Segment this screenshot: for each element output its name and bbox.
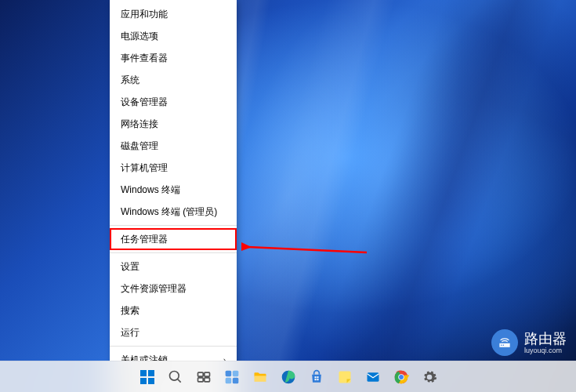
svg-point-8 (169, 371, 179, 380)
svg-rect-13 (204, 377, 209, 381)
menu-item-computer-management[interactable]: 计算机管理 (110, 157, 237, 179)
winx-context-menu: 应用和功能 电源选项 事件查看器 系统 设备管理器 网络连接 磁盘管理 计算机管… (110, 0, 237, 392)
task-view-icon[interactable] (192, 365, 216, 389)
watermark-title: 路由器 (524, 332, 567, 346)
menu-item-network-connections[interactable]: 网络连接 (110, 113, 237, 135)
menu-item-apps-features[interactable]: 应用和功能 (110, 3, 237, 25)
svg-rect-15 (232, 370, 238, 376)
mail-icon[interactable] (361, 365, 385, 389)
router-icon (491, 329, 518, 356)
search-icon[interactable] (164, 365, 187, 389)
svg-point-2 (501, 345, 502, 347)
svg-rect-22 (314, 379, 316, 380)
chrome-icon[interactable] (389, 365, 413, 389)
svg-rect-25 (367, 372, 379, 382)
watermark-sub: luyouqi.com (524, 347, 567, 354)
menu-item-power-options[interactable]: 电源选项 (110, 25, 237, 47)
svg-rect-24 (339, 371, 350, 383)
svg-rect-14 (225, 370, 231, 376)
svg-rect-18 (254, 376, 266, 382)
svg-rect-10 (197, 372, 203, 376)
menu-item-windows-terminal-admin[interactable]: Windows 终端 (管理员) (110, 201, 237, 223)
menu-item-task-manager[interactable]: 任务管理器 (110, 228, 237, 250)
menu-item-settings[interactable]: 设置 (110, 256, 237, 278)
stickies-icon[interactable] (333, 365, 357, 389)
menu-item-device-manager[interactable]: 设备管理器 (110, 91, 237, 113)
menu-item-disk-management[interactable]: 磁盘管理 (110, 135, 237, 157)
menu-item-file-explorer[interactable]: 文件资源管理器 (110, 278, 237, 299)
svg-rect-21 (317, 376, 318, 378)
menu-divider (110, 252, 237, 253)
store-icon[interactable] (305, 365, 328, 389)
svg-point-28 (399, 375, 404, 379)
menu-item-system[interactable]: 系统 (110, 69, 237, 91)
svg-rect-7 (148, 378, 154, 384)
start-button[interactable] (136, 365, 159, 389)
svg-rect-12 (197, 377, 203, 381)
menu-item-event-viewer[interactable]: 事件查看器 (110, 47, 237, 69)
svg-rect-17 (232, 377, 238, 383)
edge-icon[interactable] (277, 365, 300, 389)
menu-item-search[interactable]: 搜索 (110, 299, 237, 321)
svg-rect-4 (140, 370, 147, 376)
widgets-icon[interactable] (220, 365, 244, 389)
menu-divider (110, 225, 237, 226)
taskbar (0, 361, 576, 392)
svg-rect-6 (140, 378, 147, 384)
desktop-wallpaper (0, 0, 576, 392)
svg-rect-20 (314, 376, 316, 378)
svg-line-9 (177, 379, 180, 382)
menu-item-run[interactable]: 运行 (110, 321, 237, 343)
svg-rect-23 (317, 379, 318, 380)
watermark: 路由器 luyouqi.com (491, 329, 567, 356)
svg-point-3 (503, 345, 505, 347)
file-explorer-icon[interactable] (248, 365, 272, 389)
menu-divider (110, 346, 237, 347)
menu-item-windows-terminal[interactable]: Windows 终端 (110, 179, 237, 201)
svg-rect-16 (225, 377, 231, 383)
svg-rect-5 (148, 370, 154, 376)
settings-icon[interactable] (418, 365, 441, 389)
svg-rect-11 (204, 372, 209, 376)
